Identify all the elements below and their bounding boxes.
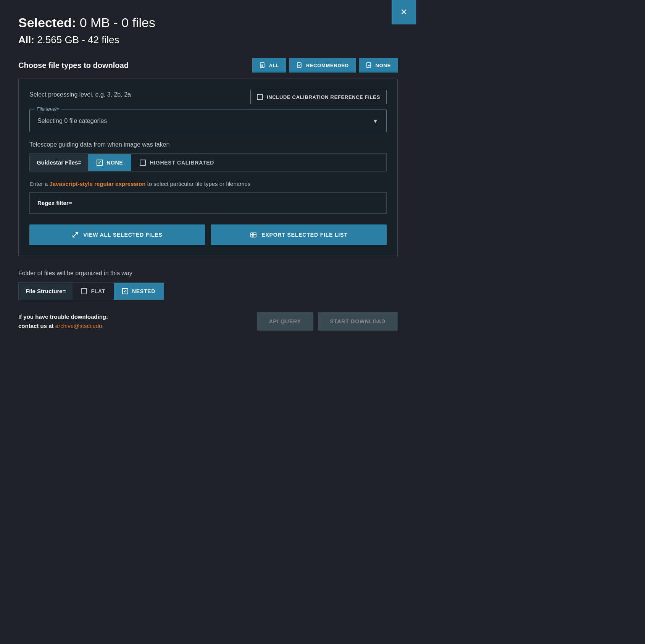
structure-label: File Structure=: [19, 282, 73, 300]
regex-description: Enter a Javascript-style regular express…: [29, 181, 387, 187]
guidestar-row: Guidestar Files= ✓ NONE HIGHEST CALIBRAT…: [29, 153, 387, 171]
bottom-row: If you have trouble downloading: contact…: [18, 312, 398, 331]
close-button[interactable]: ✕: [392, 0, 416, 24]
guidestar-label: Guidestar Files=: [30, 154, 88, 171]
telescope-label: Telescope guiding data from when image w…: [29, 141, 387, 148]
email-link[interactable]: archive@stsci.edu: [55, 323, 102, 329]
selected-value: 0 MB - 0 files: [80, 15, 155, 30]
file-types-box: Select processing level, e.g. 3, 2b, 2a …: [18, 79, 398, 256]
view-all-button[interactable]: VIEW ALL SELECTED FILES: [29, 224, 205, 245]
nested-option[interactable]: ✓ NESTED: [114, 283, 164, 300]
top-row: Select processing level, e.g. 3, 2b, 2a …: [29, 90, 387, 104]
regex-desc-prefix: Enter a: [29, 181, 50, 187]
filter-buttons-group: ALL RECOMMENDED NONE: [252, 58, 398, 73]
nested-label: NESTED: [132, 288, 155, 294]
selected-label: Selected:: [18, 15, 76, 30]
file-level-legend: File level=: [34, 106, 61, 112]
api-query-button[interactable]: API QUERY: [257, 312, 313, 331]
guidestar-none-checkbox: ✓: [97, 160, 103, 166]
file-types-header: Choose file types to download ALL RECOMM…: [18, 58, 398, 73]
close-icon: ✕: [400, 8, 407, 16]
all-value: 2.565 GB - 42 files: [37, 34, 119, 45]
folder-section: Folder of files will be organized in thi…: [18, 270, 398, 300]
recommended-btn-label: RECOMMENDED: [306, 63, 349, 68]
api-query-label: API QUERY: [269, 318, 301, 324]
file-types-title: Choose file types to download: [18, 61, 129, 70]
guidestar-highest-checkbox: [140, 160, 146, 166]
trouble-text: If you have trouble downloading: contact…: [18, 312, 108, 331]
processing-hint: Select processing level, e.g. 3, 2b, 2a: [29, 90, 131, 98]
guidestar-none-label: NONE: [106, 160, 123, 166]
file-level-select[interactable]: Selecting 0 file categories: [36, 115, 380, 127]
trouble-line2: contact us at archive@stsci.edu: [18, 321, 108, 331]
nested-checkbox: ✓: [122, 288, 128, 294]
calibration-checkbox-button[interactable]: INCLUDE CALIBRATION REFERENCE FILES: [250, 90, 387, 104]
expand-icon: [72, 231, 79, 238]
calibration-label: INCLUDE CALIBRATION REFERENCE FILES: [267, 94, 380, 100]
none-button[interactable]: NONE: [359, 58, 398, 73]
all-button[interactable]: ALL: [252, 58, 286, 73]
regex-label: Regex filter=: [37, 200, 72, 206]
none-icon: [366, 62, 372, 69]
folder-label: Folder of files will be organized in thi…: [18, 270, 398, 277]
all-label: All:: [18, 34, 34, 45]
guidestar-highest-option[interactable]: HIGHEST CALIBRATED: [131, 154, 223, 171]
trouble-line1: If you have trouble downloading:: [18, 312, 108, 321]
bottom-buttons: API QUERY START DOWNLOAD: [257, 312, 398, 331]
flat-option[interactable]: FLAT: [73, 283, 114, 300]
regex-box: Regex filter=: [29, 192, 387, 214]
structure-row: File Structure= FLAT ✓ NESTED: [18, 282, 164, 300]
all-summary: All: 2.565 GB - 42 files: [18, 34, 398, 46]
regex-link[interactable]: Javascript-style regular expression: [50, 181, 146, 187]
calibration-checkbox-icon: [257, 94, 263, 100]
svg-rect-9: [251, 233, 256, 237]
start-download-button[interactable]: START DOWNLOAD: [318, 312, 398, 331]
regex-desc-suffix: to select particular file types or filen…: [145, 181, 250, 187]
recommended-button[interactable]: RECOMMENDED: [289, 58, 356, 73]
flat-checkbox: [81, 288, 87, 294]
export-button[interactable]: EXPORT SELECTED FILE LIST: [211, 224, 387, 245]
files-icon: [259, 62, 266, 69]
recommended-icon: [296, 62, 303, 69]
flat-label: FLAT: [91, 288, 105, 294]
guidestar-none-option[interactable]: ✓ NONE: [88, 154, 131, 171]
export-icon: [250, 231, 257, 238]
selected-summary: Selected: 0 MB - 0 files: [18, 15, 398, 30]
export-label: EXPORT SELECTED FILE LIST: [261, 232, 348, 238]
guidestar-highest-label: HIGHEST CALIBRATED: [150, 160, 214, 166]
file-level-select-wrapper: Selecting 0 file categories ▾: [36, 115, 380, 127]
file-level-group: File level= Selecting 0 file categories …: [29, 110, 387, 132]
action-row: VIEW ALL SELECTED FILES EXPORT SELECTED …: [29, 224, 387, 245]
start-download-label: START DOWNLOAD: [330, 318, 385, 324]
none-btn-label: NONE: [376, 63, 391, 68]
all-btn-label: ALL: [269, 63, 279, 68]
view-all-label: VIEW ALL SELECTED FILES: [83, 232, 163, 238]
